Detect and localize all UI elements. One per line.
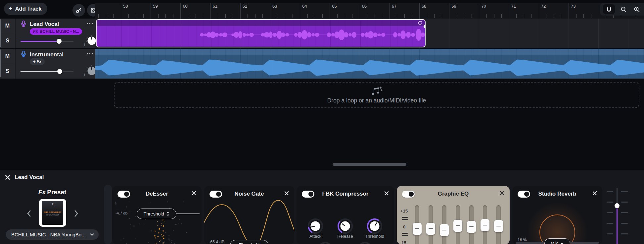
fx-card-noise-gate: Noise Gate -65.4 dB Threshold bbox=[204, 186, 294, 244]
eq-slider-thumb[interactable] bbox=[453, 220, 462, 232]
artwork-brand: b bbox=[52, 202, 54, 205]
bar-number: 65 bbox=[332, 4, 337, 9]
ruler-tick bbox=[501, 14, 502, 18]
ruler-top-strip bbox=[95, 0, 644, 3]
preset-prev-button[interactable] bbox=[24, 209, 33, 218]
add-track-button[interactable]: + Add Track bbox=[4, 3, 47, 15]
zoom-in-button[interactable] bbox=[630, 4, 643, 14]
fx-chain-badge-lead-vocal[interactable]: Fx BCHILL MUSIC - N... bbox=[30, 28, 82, 35]
chevron-up-down-icon bbox=[166, 212, 169, 216]
ruler-tick bbox=[188, 14, 188, 18]
fader-tick bbox=[621, 212, 628, 213]
ruler-tick bbox=[158, 14, 159, 18]
ruler-tick bbox=[382, 14, 382, 18]
chevron-down-icon bbox=[90, 233, 94, 236]
close-fx-panel-button[interactable] bbox=[5, 174, 11, 180]
eq-slider-thumb[interactable] bbox=[494, 220, 503, 232]
track-title-instrumental: Instrumental bbox=[30, 51, 64, 58]
file-drop-zone[interactable]: Drop a loop or an audio/MIDI/video file bbox=[114, 82, 639, 108]
fx-panel: Lead Vocal Fx Preset b NBA YOUNGBOY VOCA… bbox=[0, 170, 644, 244]
ruler-tick bbox=[248, 14, 248, 18]
top-toolbar: + Add Track 5859606162636465666768697071… bbox=[0, 0, 644, 19]
threshold-line[interactable] bbox=[176, 213, 200, 214]
preset-thumbnail[interactable]: b NBA YOUNGBOY VOCAL PRESET bbox=[39, 199, 66, 227]
volume-slider-instrumental[interactable] bbox=[21, 71, 73, 72]
reverb-mix-button[interactable]: Mix bbox=[544, 238, 570, 244]
preset-dropdown[interactable]: BCHILL MUSIC - NBA YoungBo... bbox=[6, 229, 99, 240]
eq-slider-thumb[interactable] bbox=[481, 219, 489, 231]
loop-icon[interactable] bbox=[418, 21, 422, 25]
horizontal-scrollbar[interactable] bbox=[333, 163, 406, 166]
ruler-tick bbox=[285, 14, 285, 18]
eq-slider-thumb[interactable] bbox=[467, 221, 476, 233]
noise-gate-readout: -65.4 dB bbox=[209, 240, 224, 244]
noise-gate-threshold-button[interactable]: Threshold bbox=[230, 240, 268, 244]
solo-button-lead-vocal[interactable]: S bbox=[0, 33, 15, 48]
preset-artwork: b NBA YOUNGBOY VOCAL PRESET bbox=[42, 201, 63, 225]
preset-next-button[interactable] bbox=[72, 209, 81, 218]
bar-gridline bbox=[419, 3, 420, 19]
track-scroll-indicator bbox=[0, 19, 1, 47]
waveform-instrumental bbox=[95, 49, 644, 79]
bar-number: 62 bbox=[243, 4, 247, 9]
clip-resize-handle[interactable] bbox=[424, 25, 426, 28]
ruler-tick bbox=[307, 14, 308, 18]
chevron-left-icon bbox=[26, 210, 31, 217]
fx-label: Fx bbox=[33, 29, 38, 34]
solo-button-instrumental[interactable]: S bbox=[0, 64, 15, 79]
volume-slider-lead-vocal[interactable] bbox=[21, 41, 73, 42]
bar-gridline bbox=[479, 3, 479, 19]
noise-gate-curve bbox=[204, 186, 294, 244]
ruler-tick bbox=[404, 14, 405, 18]
track-menu-button[interactable] bbox=[87, 23, 93, 24]
deesser-threshold-selector[interactable]: Threshold bbox=[137, 209, 176, 219]
bar-number: 66 bbox=[362, 4, 367, 9]
fx-chain-name: BCHILL MUSIC - N... bbox=[40, 29, 79, 34]
add-fx-badge-instrumental[interactable]: + Fx bbox=[30, 58, 45, 65]
ruler-tick bbox=[472, 14, 472, 18]
pan-left-label: L bbox=[84, 73, 86, 77]
snap-magnet-button[interactable] bbox=[603, 4, 615, 14]
key-tool-button[interactable] bbox=[72, 4, 85, 17]
timeline-ruler[interactable]: 58596061626364656667686970717273 bbox=[95, 0, 644, 19]
artwork-title: NBA YOUNGBOY bbox=[44, 211, 62, 213]
ruler-tick bbox=[113, 14, 114, 18]
bar-number: 69 bbox=[451, 4, 456, 9]
fx-output-fader[interactable] bbox=[617, 188, 618, 244]
eq-slider-thumb[interactable] bbox=[413, 223, 422, 235]
fader-tick bbox=[621, 202, 628, 203]
track-menu-button[interactable] bbox=[87, 53, 93, 54]
ruler-tick bbox=[218, 14, 218, 18]
mute-button-instrumental[interactable]: M bbox=[0, 49, 15, 63]
fader-tick bbox=[621, 191, 628, 192]
bar-gridline bbox=[121, 3, 121, 19]
fx-panel-track-name: Lead Vocal bbox=[15, 174, 44, 181]
bar-number: 64 bbox=[302, 4, 307, 9]
zoom-out-button[interactable] bbox=[617, 4, 630, 14]
microphone-icon bbox=[20, 20, 27, 28]
audio-clip-instrumental[interactable] bbox=[95, 49, 644, 79]
ruler-tick bbox=[233, 14, 233, 18]
eq-slider-thumb[interactable] bbox=[440, 224, 449, 236]
ruler-tick bbox=[464, 14, 464, 18]
daw-mix-editor: + Add Track 5859606162636465666768697071… bbox=[0, 0, 644, 244]
bar-gridline bbox=[151, 3, 151, 19]
chevron-right-icon bbox=[74, 210, 79, 217]
fx-card-graphic-eq: Graphic EQ +15 0 -15 bbox=[397, 186, 510, 244]
volume-knob[interactable] bbox=[57, 39, 62, 44]
volume-knob[interactable] bbox=[57, 69, 62, 74]
panel-divider bbox=[15, 19, 16, 48]
bar-gridline bbox=[300, 3, 300, 19]
ruler-tick bbox=[315, 14, 315, 18]
ruler-tick bbox=[486, 14, 487, 18]
audio-clip-lead-vocal[interactable] bbox=[96, 19, 426, 47]
bar-gridline bbox=[509, 3, 509, 19]
eq-slider-thumb[interactable] bbox=[426, 223, 435, 235]
magnet-icon bbox=[606, 6, 612, 12]
ruler-tick bbox=[397, 14, 397, 18]
panel-divider bbox=[15, 49, 16, 79]
bar-number: 63 bbox=[272, 4, 277, 9]
fader-knob[interactable] bbox=[615, 203, 620, 208]
mute-button-lead-vocal[interactable]: M bbox=[0, 19, 15, 33]
bar-gridline bbox=[569, 3, 569, 19]
